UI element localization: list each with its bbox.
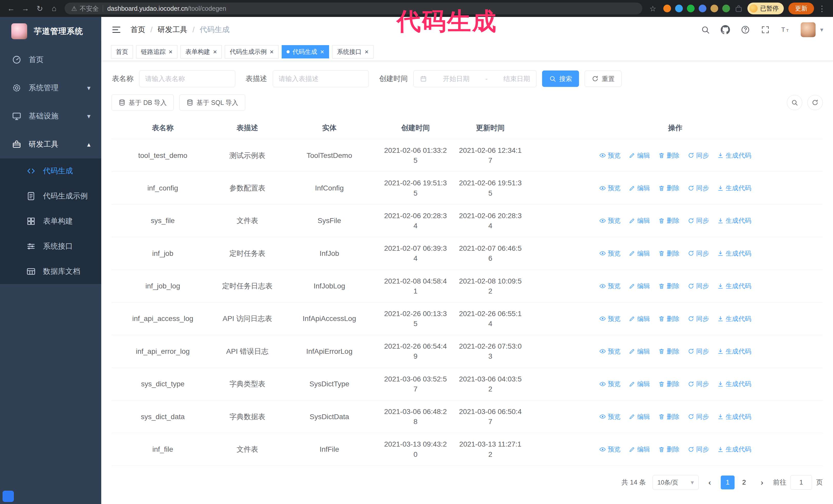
action-preview-link[interactable]: 预览: [599, 184, 620, 193]
action-edit-link[interactable]: 编辑: [629, 151, 650, 160]
action-sync-link[interactable]: 同步: [688, 347, 709, 356]
tab-4[interactable]: 代码生成×: [282, 45, 329, 58]
update-button[interactable]: 更新: [788, 3, 814, 14]
action-preview-link[interactable]: 预览: [599, 314, 620, 323]
search-icon[interactable]: [701, 25, 710, 34]
action-edit-link[interactable]: 编辑: [629, 412, 650, 421]
sidebar-item-codegen-example[interactable]: 代码生成示例: [0, 184, 101, 209]
action-edit-link[interactable]: 编辑: [629, 216, 650, 225]
browser-menu-icon[interactable]: ⋮: [815, 2, 828, 15]
bottom-left-widget[interactable]: [3, 491, 14, 502]
action-preview-link[interactable]: 预览: [599, 249, 620, 258]
back-icon[interactable]: ←: [5, 2, 18, 15]
sidebar-item-dev-tools[interactable]: 研发工具▴: [0, 130, 101, 159]
action-sync-link[interactable]: 同步: [688, 282, 709, 290]
github-icon[interactable]: [721, 25, 730, 34]
action-delete-link[interactable]: 删除: [658, 347, 680, 356]
action-sync-link[interactable]: 同步: [688, 412, 709, 421]
action-delete-link[interactable]: 删除: [658, 379, 680, 388]
action-edit-link[interactable]: 编辑: [629, 314, 650, 323]
tab-3[interactable]: 代码生成示例×: [225, 45, 278, 58]
tab-0[interactable]: 首页: [111, 45, 133, 58]
close-icon[interactable]: ×: [213, 48, 217, 55]
page-number-1[interactable]: 1: [721, 476, 735, 489]
action-edit-link[interactable]: 编辑: [629, 347, 650, 356]
action-preview-link[interactable]: 预览: [599, 151, 620, 160]
close-icon[interactable]: ×: [365, 48, 368, 55]
font-size-icon[interactable]: TT: [781, 25, 790, 34]
date-range-input[interactable]: 开始日期 - 结束日期: [413, 70, 537, 87]
action-delete-link[interactable]: 删除: [658, 184, 680, 193]
action-preview-link[interactable]: 预览: [599, 282, 620, 290]
sidebar-item-codegen[interactable]: 代码生成: [0, 159, 101, 184]
action-sync-link[interactable]: 同步: [688, 249, 709, 258]
action-delete-link[interactable]: 删除: [658, 412, 680, 421]
fullscreen-icon[interactable]: [761, 25, 770, 34]
action-delete-link[interactable]: 删除: [658, 282, 680, 290]
app-logo[interactable]: 芋道管理系统: [0, 17, 101, 46]
action-preview-link[interactable]: 预览: [599, 412, 620, 421]
leaf-extension-icon[interactable]: [722, 5, 730, 12]
action-preview-link[interactable]: 预览: [599, 445, 620, 454]
action-generate-link[interactable]: 生成代码: [717, 249, 751, 258]
action-sync-link[interactable]: 同步: [688, 184, 709, 193]
action-generate-link[interactable]: 生成代码: [717, 151, 751, 160]
action-sync-link[interactable]: 同步: [688, 314, 709, 323]
import-sql-button[interactable]: 基于 SQL 导入: [180, 94, 245, 111]
sidebar-item-db-doc[interactable]: 数据库文档: [0, 259, 101, 284]
toggle-search-button[interactable]: [787, 95, 802, 110]
action-generate-link[interactable]: 生成代码: [717, 412, 751, 421]
drop-extension-icon[interactable]: [675, 5, 683, 12]
table-desc-input[interactable]: 请输入表描述: [273, 70, 369, 87]
import-db-button[interactable]: 基于 DB 导入: [112, 94, 174, 111]
action-generate-link[interactable]: 生成代码: [717, 282, 751, 290]
reload-icon[interactable]: ↻: [33, 2, 46, 15]
check-extension-icon[interactable]: [687, 5, 695, 12]
close-icon[interactable]: ×: [169, 48, 172, 55]
action-edit-link[interactable]: 编辑: [629, 445, 650, 454]
help-icon[interactable]: [741, 25, 750, 34]
action-preview-link[interactable]: 预览: [599, 379, 620, 388]
action-delete-link[interactable]: 删除: [658, 249, 680, 258]
fox-extension-icon[interactable]: [663, 5, 671, 12]
action-generate-link[interactable]: 生成代码: [717, 445, 751, 454]
table-name-input[interactable]: 请输入表名称: [139, 70, 235, 87]
card-extension-icon[interactable]: [711, 5, 718, 12]
sidebar-item-infra[interactable]: 基础设施▾: [0, 102, 101, 130]
home-icon[interactable]: ⌂: [48, 2, 61, 15]
breadcrumb-item[interactable]: 首页: [130, 25, 145, 35]
breadcrumb-item[interactable]: 研发工具: [158, 25, 187, 35]
user-avatar[interactable]: [801, 22, 815, 37]
reset-button[interactable]: 重置: [585, 71, 622, 87]
action-delete-link[interactable]: 删除: [658, 445, 680, 454]
action-generate-link[interactable]: 生成代码: [717, 314, 751, 323]
address-bar[interactable]: ⚠ 不安全 dashboard.yudao.iocoder.cn/tool/co…: [65, 3, 642, 14]
goto-page-input[interactable]: 1: [790, 475, 812, 490]
page-number-2[interactable]: 2: [737, 476, 751, 489]
tab-1[interactable]: 链路追踪×: [136, 45, 177, 58]
action-sync-link[interactable]: 同步: [688, 151, 709, 160]
action-preview-link[interactable]: 预览: [599, 216, 620, 225]
action-sync-link[interactable]: 同步: [688, 445, 709, 454]
search-button[interactable]: 搜索: [542, 71, 579, 87]
close-icon[interactable]: ×: [270, 48, 273, 55]
action-edit-link[interactable]: 编辑: [629, 249, 650, 258]
extensions-puzzle-icon[interactable]: [734, 4, 743, 13]
refresh-table-button[interactable]: [807, 95, 823, 110]
tab-2[interactable]: 表单构建×: [181, 45, 222, 58]
prev-page-button[interactable]: ‹: [703, 476, 717, 489]
page-size-select[interactable]: 10条/页 ▾: [652, 475, 699, 490]
people-extension-icon[interactable]: [699, 5, 706, 12]
action-delete-link[interactable]: 删除: [658, 151, 680, 160]
tab-5[interactable]: 系统接口×: [332, 45, 374, 58]
chevron-down-icon[interactable]: ▾: [820, 26, 823, 33]
hamburger-icon[interactable]: [111, 24, 122, 35]
sidebar-item-system[interactable]: 系统管理▾: [0, 74, 101, 102]
action-edit-link[interactable]: 编辑: [629, 282, 650, 290]
close-icon[interactable]: ×: [320, 48, 324, 55]
action-preview-link[interactable]: 预览: [599, 347, 620, 356]
sidebar-item-form-builder[interactable]: 表单构建: [0, 209, 101, 234]
sidebar-item-system-api[interactable]: 系统接口: [0, 234, 101, 259]
next-page-button[interactable]: ›: [755, 476, 769, 489]
action-sync-link[interactable]: 同步: [688, 216, 709, 225]
